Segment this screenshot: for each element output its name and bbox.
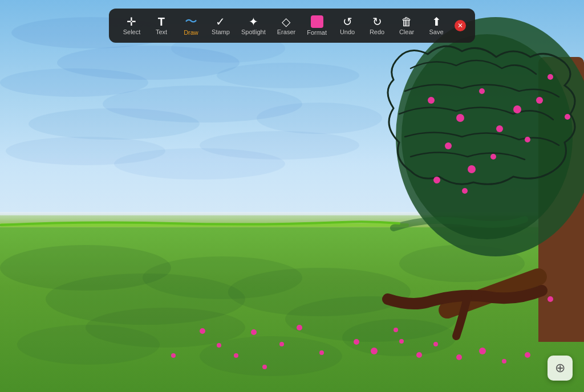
pink-dot [496, 125, 503, 132]
redo-tool[interactable]: ↻ Redo [363, 14, 391, 38]
tree-foliage-inner [402, 34, 573, 239]
pink-dot [445, 142, 452, 149]
undo-tool[interactable]: ↺ Undo [334, 14, 361, 38]
stamp-tool[interactable]: ✓ Stamp [207, 14, 234, 38]
pink-dot [548, 296, 553, 302]
pink-dot [433, 177, 440, 183]
pink-dot [525, 352, 530, 358]
format-label: Format [307, 29, 327, 36]
save-label: Save [429, 28, 443, 35]
sky-stroke [257, 103, 382, 134]
pink-dot [297, 325, 302, 330]
text-icon: T [158, 16, 165, 27]
sky-stroke [29, 108, 200, 140]
pink-dot [399, 339, 404, 344]
pink-dot [490, 154, 496, 160]
save-tool[interactable]: ⬆ Save [423, 14, 450, 38]
pink-dot [171, 353, 176, 358]
pink-dot [468, 165, 476, 173]
stamp-icon: ✓ [216, 16, 225, 27]
ground-shadow [342, 319, 456, 356]
text-tool[interactable]: T Text [148, 14, 175, 38]
sky-stroke [200, 131, 359, 160]
select-label: Select [123, 28, 141, 35]
pink-dot [354, 339, 359, 345]
stamp-label: Stamp [212, 28, 230, 35]
clear-tool[interactable]: 🗑 Clear [393, 14, 420, 38]
eraser-icon: ◇ [282, 16, 290, 27]
pink-dot [525, 137, 530, 142]
close-button[interactable]: ✕ [455, 20, 466, 31]
eraser-label: Eraser [277, 28, 295, 35]
pink-dot [394, 328, 398, 332]
pink-dot [536, 97, 543, 104]
pink-dot [262, 365, 267, 369]
pink-dot [433, 342, 438, 346]
spotlight-tool[interactable]: ✦ Spotlight [237, 14, 270, 38]
pink-dot [565, 114, 570, 120]
draw-icon: 〜 [185, 15, 197, 28]
pink-dot [200, 328, 205, 334]
pink-dot [416, 352, 422, 358]
spotlight-icon: ✦ [249, 16, 258, 27]
pink-dot [279, 342, 284, 346]
pink-dot [462, 188, 468, 194]
undo-icon: ↺ [343, 16, 352, 27]
pink-dot [217, 343, 221, 348]
select-icon: ✛ [127, 16, 136, 27]
pink-dot [479, 88, 485, 94]
redo-label: Redo [370, 28, 384, 35]
eraser-tool[interactable]: ◇ Eraser [273, 14, 300, 38]
pink-dot [456, 354, 462, 360]
corner-add-button[interactable]: ⊕ [548, 356, 573, 381]
save-icon: ⬆ [432, 16, 441, 27]
pink-dot [371, 348, 378, 354]
undo-label: Undo [340, 28, 355, 35]
pink-dot [479, 348, 486, 354]
select-tool[interactable]: ✛ Select [118, 14, 145, 38]
clear-icon: 🗑 [401, 16, 412, 27]
ground-shadow [17, 325, 160, 365]
pink-dot [251, 329, 257, 335]
draw-tool[interactable]: 〜 Draw [177, 13, 205, 38]
clear-label: Clear [399, 28, 414, 35]
redo-icon: ↻ [372, 16, 382, 27]
pink-dot [428, 97, 435, 104]
draw-label: Draw [184, 29, 198, 36]
format-tool[interactable]: Format [302, 13, 331, 38]
pink-dot [502, 359, 506, 364]
grass-line [0, 223, 409, 227]
text-label: Text [156, 28, 167, 35]
pink-dot [319, 350, 324, 355]
canvas[interactable] [0, 0, 584, 392]
pink-dot [234, 353, 238, 358]
ground-shadow [200, 336, 342, 376]
pink-dot [548, 74, 553, 80]
spotlight-label: Spotlight [241, 28, 266, 35]
format-color-swatch [311, 15, 323, 28]
corner-add-icon: ⊕ [555, 361, 565, 375]
sky-stroke [217, 63, 359, 88]
close-icon: ✕ [457, 22, 463, 30]
pink-dot [513, 105, 521, 113]
pink-dot [456, 114, 464, 122]
toolbar: ✛ Select T Text 〜 Draw ✓ Stamp ✦ Spotlig… [109, 9, 475, 43]
